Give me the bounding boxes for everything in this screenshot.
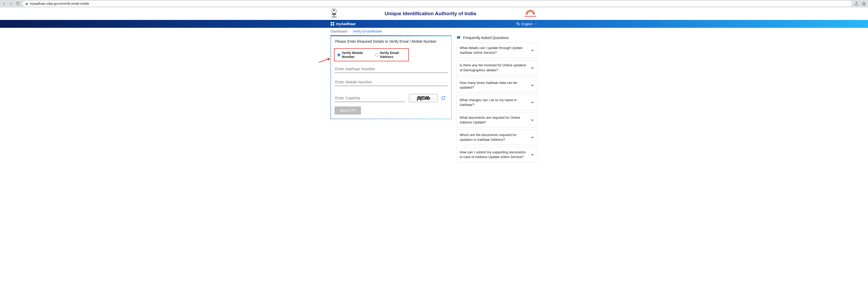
faq-item[interactable]: How can I submit my supporting documents… (456, 147, 537, 162)
header-title: Unique Identification Authority of India (337, 11, 523, 17)
faq-header: ? Frequently Asked Questions (456, 35, 537, 40)
brand[interactable]: myAadhaar (331, 22, 356, 26)
breadcrumb-current: Verify Email/Mobile (353, 29, 382, 33)
radio-verify-mobile[interactable]: Verify Mobile Number (337, 51, 369, 59)
translate-icon (516, 22, 520, 26)
chevron-down-icon (530, 83, 534, 87)
faq-item[interactable]: How many times Aadhaar data can be updat… (456, 78, 537, 93)
header: Unique Identification Authority of India… (331, 7, 537, 20)
radio-verify-mobile-input[interactable] (337, 53, 341, 57)
mobile-number-input[interactable] (335, 78, 447, 86)
svg-rect-1 (332, 13, 336, 14)
language-select[interactable]: English (516, 22, 537, 26)
annotation-arrow-icon (318, 58, 330, 63)
star-icon[interactable] (862, 2, 866, 6)
faq-item-text: How many times Aadhaar data can be updat… (460, 81, 517, 89)
svg-line-12 (319, 59, 328, 62)
faq-chat-icon: ? (456, 35, 461, 40)
navbar: myAadhaar English (0, 20, 868, 28)
back-icon[interactable] (2, 2, 6, 6)
svg-point-3 (333, 15, 335, 17)
breadcrumb: Dashboard › Verify Email/Mobile (331, 28, 537, 35)
faq-item[interactable]: What changes can I do to my name in Aadh… (456, 95, 537, 110)
faq-item-text: How can I submit my supporting documents… (460, 150, 526, 159)
faq-item[interactable]: Which are the documents required for upd… (456, 130, 537, 145)
radio-verify-email-input[interactable] (375, 53, 378, 57)
radio-verify-mobile-label: Verify Mobile Number (342, 51, 369, 59)
faq-column: ? Frequently Asked Questions What detail… (456, 35, 537, 165)
faq-item[interactable]: What documents are required for Online A… (456, 112, 537, 128)
brand-label: myAadhaar (336, 22, 356, 26)
form-lead: Please Enter Required Details to Verify … (335, 39, 447, 44)
faq-item-text: Is there any fee involved for Online upd… (460, 63, 526, 72)
breadcrumb-root[interactable]: Dashboard (331, 29, 347, 33)
browser-chrome: myaadhaar.uidai.gov.in/verify-email-mobi… (0, 0, 868, 7)
lock-icon (25, 2, 28, 5)
faq-item-text: What documents are required for Online A… (460, 116, 520, 124)
chevron-down-icon (530, 101, 534, 105)
chevron-down-icon (530, 152, 534, 157)
url-bar[interactable]: myaadhaar.uidai.gov.in/verify-email-mobi… (23, 1, 852, 6)
share-icon[interactable] (855, 2, 859, 6)
faq-item[interactable]: What details can I update through Update… (456, 43, 537, 58)
verify-type-radio-group: Verify Mobile Number Verify Email Addres… (334, 48, 409, 61)
forward-icon[interactable] (9, 2, 13, 6)
faq-list: What details can I update through Update… (456, 43, 537, 163)
chevron-down-icon (534, 22, 537, 25)
svg-rect-4 (331, 17, 337, 17)
chevron-right-icon: › (349, 29, 350, 33)
radio-verify-email-label: Verify Email Address (380, 51, 406, 59)
aadhaar-logo-icon: AADHAAR (523, 9, 537, 18)
url-text: myaadhaar.uidai.gov.in/verify-email-mobi… (30, 2, 89, 5)
faq-item-text: What changes can I do to my name in Aadh… (460, 98, 517, 107)
faq-item-text: What details can I update through Update… (460, 46, 523, 55)
india-emblem-icon (331, 8, 337, 19)
chevron-down-icon (530, 66, 534, 70)
captcha-input[interactable] (335, 94, 405, 102)
radio-verify-email[interactable]: Verify Email Address (375, 51, 406, 59)
faq-item[interactable]: Is there any fee involved for Online upd… (456, 60, 537, 75)
chevron-down-icon (530, 135, 534, 139)
captcha-reload-icon[interactable] (441, 96, 445, 100)
language-label: English (521, 22, 533, 26)
svg-line-9 (533, 12, 535, 13)
reload-icon[interactable] (16, 2, 20, 6)
aadhaar-number-input[interactable] (335, 65, 447, 73)
verify-form-card: Please Enter Required Details to Verify … (331, 35, 452, 119)
brand-grid-icon (331, 22, 334, 26)
chevron-down-icon (530, 118, 534, 122)
svg-line-8 (526, 12, 527, 13)
faq-item-text: Which are the documents required for upd… (460, 133, 517, 142)
chevron-down-icon (530, 48, 534, 52)
send-otp-button[interactable]: Send OTP (335, 106, 361, 115)
captcha-image: f8fD8b (409, 94, 438, 102)
faq-title: Frequently Asked Questions (463, 36, 509, 40)
aadhaar-logo-text: AADHAAR (525, 15, 536, 18)
